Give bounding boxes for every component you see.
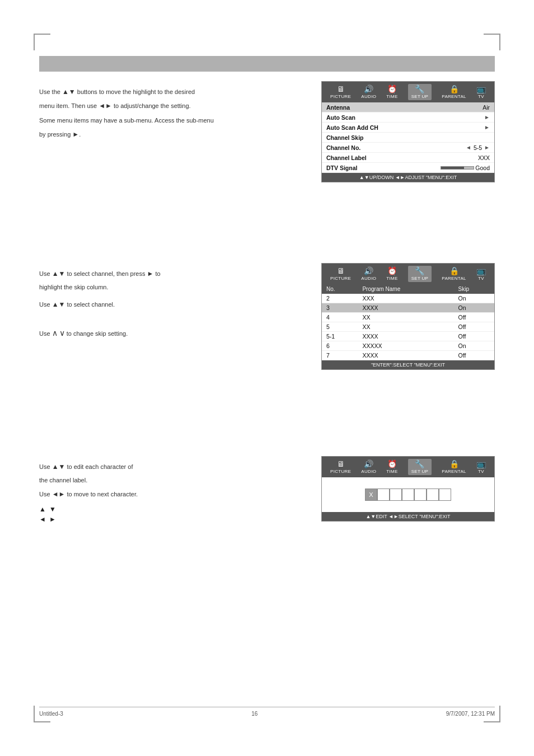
label-cell-6[interactable] <box>439 489 451 501</box>
cl-icon-row: 🖥 PICTURE 🔊 AUDIO ⏰ TIME 🔧 SET UP 🔒 PARE… <box>322 457 494 477</box>
cs-setup-icon: 🔧 <box>415 267 424 275</box>
ch2-no: 2 <box>322 294 358 303</box>
cs-parental-label: PARENTAL <box>442 276 466 281</box>
channel-row-4[interactable]: 4 XX Off <box>322 313 494 322</box>
cl-icon-setup[interactable]: 🔧 SET UP <box>408 459 432 475</box>
parental-icon: 🔒 <box>449 85 459 93</box>
menu-footer-1: ▲▼UP/DOWN ◄►ADJUST "MENU":EXIT <box>322 173 494 182</box>
col-no: No. <box>322 284 358 294</box>
ch5-skip: Off <box>454 322 494 332</box>
tv-icon: 📺 <box>476 85 486 93</box>
menu-icon-time[interactable]: ⏰ TIME <box>386 85 397 99</box>
header-bar <box>39 56 495 72</box>
channellabel-label: Channel Label <box>326 154 367 161</box>
menu-row-channelno[interactable]: Channel No. ◄ 5-5 ► <box>322 143 494 153</box>
menu-row-channelskip[interactable]: Channel Skip <box>322 133 494 143</box>
menu-row-autoscan-addch[interactable]: Auto Scan Add CH ► <box>322 123 494 133</box>
parental-label: PARENTAL <box>442 94 466 99</box>
footer-page-number: 16 <box>251 711 257 717</box>
cs-icon-setup[interactable]: 🔧 SET UP <box>408 266 432 282</box>
instr1-line3: Some menu items may have a sub-menu. Acc… <box>39 116 229 126</box>
tv-label: TV <box>478 94 484 99</box>
cs-icon-time[interactable]: ⏰ TIME <box>386 267 397 281</box>
channelno-left-arrow: ◄ <box>466 144 471 151</box>
cl-icon-time[interactable]: ⏰ TIME <box>386 460 397 474</box>
channelno-right-arrow: ► <box>484 144 490 151</box>
antenna-value: Air <box>483 104 490 111</box>
ch2-name: XXX <box>358 294 453 303</box>
ch6-skip: On <box>454 341 494 351</box>
cs-time-icon: ⏰ <box>387 267 397 275</box>
label-cell-4[interactable] <box>414 489 427 501</box>
cs-tv-label: TV <box>478 276 484 281</box>
label-cell-3[interactable] <box>402 489 414 501</box>
dtv-bar-container: Good <box>441 165 490 171</box>
autoscan-addch-label: Auto Scan Add CH <box>326 124 378 131</box>
channelskip-label: Channel Skip <box>326 134 364 141</box>
ch4-no: 4 <box>322 313 358 322</box>
col-skip: Skip <box>454 284 494 294</box>
ch6-name: XXXXX <box>358 341 453 351</box>
cl-audio-label: AUDIO <box>361 469 376 474</box>
menu-icon-row: 🖥 PICTURE 🔊 AUDIO ⏰ TIME 🔧 SET UP 🔒 PARE… <box>322 82 494 102</box>
cl-setup-label: SET UP <box>411 469 429 474</box>
autoscan-arrow: ► <box>484 114 490 120</box>
menu-icon-parental[interactable]: 🔒 PARENTAL <box>442 85 466 99</box>
label-cell-1[interactable] <box>377 489 390 501</box>
section3-arrows: ▲ ▼ <box>39 505 229 513</box>
instr2-line3: Use ▲▼ to select channel. <box>39 299 229 310</box>
channelskip-menu-box: 🖥 PICTURE 🔊 AUDIO ⏰ TIME 🔧 SET UP 🔒 PARE… <box>321 263 495 370</box>
dtvsignal-label: DTV Signal <box>326 165 357 171</box>
label-cell-0[interactable]: X <box>365 489 377 501</box>
instr1-line4: by pressing ►. <box>39 129 229 140</box>
cs-time-label: TIME <box>386 276 397 281</box>
left-arrow: ◄ <box>39 515 46 523</box>
picture-label: PICTURE <box>330 94 351 99</box>
corner-mark-tr <box>484 34 500 50</box>
cs-icon-picture[interactable]: 🖥 PICTURE <box>330 267 351 281</box>
cl-audio-icon: 🔊 <box>364 460 373 468</box>
menu-icon-setup[interactable]: 🔧 SET UP <box>408 84 432 100</box>
ch5-1-skip: Off <box>454 332 494 341</box>
label-cell-5[interactable] <box>427 489 439 501</box>
label-cell-2[interactable] <box>390 489 402 501</box>
cs-picture-icon: 🖥 <box>337 267 345 275</box>
ch2-skip: On <box>454 294 494 303</box>
ch7-skip: Off <box>454 351 494 360</box>
cl-tv-label: TV <box>478 469 484 474</box>
menu-icon-picture[interactable]: 🖥 PICTURE <box>330 85 351 99</box>
channelskip-footer: "ENTER":SELECT "MENU":EXIT <box>322 360 494 369</box>
cl-time-icon: ⏰ <box>387 460 397 468</box>
menu-icon-tv[interactable]: 📺 TV <box>476 85 486 99</box>
cs-icon-parental[interactable]: 🔒 PARENTAL <box>442 267 466 281</box>
channel-row-2[interactable]: 2 XXX On <box>322 294 494 303</box>
cl-icon-picture[interactable]: 🖥 PICTURE <box>330 460 351 474</box>
audio-icon: 🔊 <box>364 85 373 93</box>
ch6-no: 6 <box>322 341 358 351</box>
footer-timestamp: 9/7/2007, 12:31 PM <box>446 711 495 717</box>
cl-icon-tv[interactable]: 📺 TV <box>476 460 486 474</box>
section3-lr-arrows: ◄ ► <box>39 515 229 523</box>
instr1-line1: Use the ▲▼ buttons to move the highlight… <box>39 87 229 97</box>
menu-icon-audio[interactable]: 🔊 AUDIO <box>361 85 376 99</box>
channel-row-5[interactable]: 5 XX Off <box>322 322 494 332</box>
up-arrow: ▲ <box>39 505 46 513</box>
cs-icon-tv[interactable]: 📺 TV <box>476 267 486 281</box>
cs-icon-audio[interactable]: 🔊 AUDIO <box>361 267 376 281</box>
section1-instructions: Use the ▲▼ buttons to move the highlight… <box>39 87 229 143</box>
cl-tv-icon: 📺 <box>476 460 486 468</box>
menu-row-autoscan[interactable]: Auto Scan ► <box>322 112 494 123</box>
channelno-label: Channel No. <box>326 144 360 151</box>
channel-row-6[interactable]: 6 XXXXX On <box>322 341 494 351</box>
setup-menu-box: 🖥 PICTURE 🔊 AUDIO ⏰ TIME 🔧 SET UP 🔒 PARE… <box>321 81 495 182</box>
menu-row-antenna[interactable]: Antenna Air <box>322 102 494 112</box>
channel-row-3[interactable]: 3 XXXX On <box>322 303 494 313</box>
channel-row-5-1[interactable]: 5-1 XXXX Off <box>322 332 494 341</box>
section3-instructions: Use ▲▼ to edit each character of the cha… <box>39 462 229 523</box>
ch5-1-no: 5-1 <box>322 332 358 341</box>
channel-row-7[interactable]: 7 XXXX Off <box>322 351 494 360</box>
instr1-line2: menu item. Then use ◄► to adjust/change … <box>39 101 229 111</box>
menu-row-channellabel[interactable]: Channel Label XXX <box>322 153 494 163</box>
cl-icon-audio[interactable]: 🔊 AUDIO <box>361 460 376 474</box>
cl-icon-parental[interactable]: 🔒 PARENTAL <box>442 460 466 474</box>
